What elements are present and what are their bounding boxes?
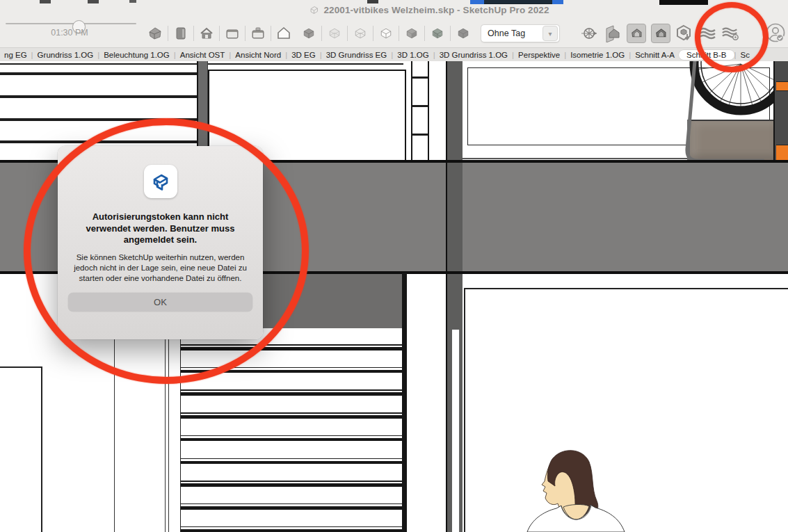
toolbar-separator — [347, 26, 348, 41]
toolbar-separator — [321, 26, 322, 41]
classifier-icon[interactable] — [675, 24, 693, 42]
background-window-fragment — [40, 0, 51, 3]
toolbar-separator — [168, 26, 168, 41]
annotation-circle-account — [695, 2, 769, 72]
scene-tab[interactable]: 3D Grundriss 1.OG — [435, 50, 512, 60]
scene-tab[interactable]: Perspektive — [514, 50, 564, 60]
style-back-edges-icon[interactable] — [325, 24, 344, 42]
background-window-fragment — [88, 0, 99, 3]
sketchup-logo-icon — [308, 5, 319, 15]
annotation-circle-dialog — [24, 118, 309, 384]
shadow-time-slider[interactable]: 01:30 PM — [0, 19, 146, 47]
person-figure — [522, 445, 633, 532]
window-title: 22001-vitbikes Welzheim.skp - SketchUp P… — [323, 5, 549, 15]
tag-dropdown[interactable]: Ohne Tag ▾ — [481, 24, 560, 42]
tag-dropdown-value: Ohne Tag — [481, 29, 542, 38]
chevron-down-icon[interactable]: ▾ — [542, 26, 558, 41]
edge-column — [773, 61, 788, 162]
orange-accent — [776, 81, 788, 91]
toolbar-separator — [245, 26, 246, 41]
scene-tab[interactable]: Ansicht OST — [176, 50, 230, 60]
style-wireframe-icon[interactable] — [351, 24, 369, 42]
section-plane-icon[interactable] — [604, 24, 622, 42]
stairwell-wall-void — [452, 330, 460, 532]
style-monochrome-icon[interactable] — [454, 24, 472, 42]
toolbar-separator — [373, 26, 373, 41]
section-cut-icon[interactable] — [627, 24, 646, 43]
scene-tab[interactable]: 3D EG — [287, 50, 320, 60]
slider-track[interactable] — [6, 23, 136, 24]
bike-stand — [678, 61, 769, 163]
background-window-fragment — [367, 0, 378, 3]
scene-tab[interactable]: ng EG — [0, 50, 31, 60]
section-fill-icon[interactable] — [651, 24, 670, 43]
axes-compass-icon[interactable] — [580, 24, 598, 42]
scene-tab[interactable]: Grundriss 1.OG — [33, 50, 98, 60]
app-chrome: 22001-vitbikes Welzheim.skp - SketchUp P… — [0, 0, 788, 62]
house-3d-icon[interactable] — [146, 24, 164, 42]
drawing-line — [0, 72, 197, 75]
scene-tab[interactable]: Isometrie 1.OG — [566, 50, 629, 60]
style-shaded-icon[interactable] — [403, 24, 421, 42]
wall-corner — [0, 366, 42, 532]
slider-time-label: 01:30 PM — [0, 28, 139, 38]
background-window-fragment — [659, 0, 708, 5]
scene-tab[interactable]: Schnitt A-A — [631, 50, 679, 60]
toolbar-separator — [219, 26, 220, 41]
orange-accent — [776, 145, 788, 161]
scene-tab[interactable]: Beleuchtung 1.OG — [99, 50, 174, 60]
toolbar-separator — [193, 26, 194, 41]
drawing-line — [0, 95, 197, 98]
toolbar-separator — [424, 26, 425, 41]
style-textured-icon[interactable] — [428, 24, 447, 42]
scene-tab[interactable]: 3D 1.OG — [393, 50, 433, 60]
wall-column-band — [446, 163, 463, 272]
drawer-icon[interactable] — [223, 24, 241, 42]
background-button-fragment — [484, 0, 552, 4]
style-hidden-line-icon[interactable] — [377, 24, 395, 42]
home-icon[interactable] — [198, 24, 216, 42]
sketchup-window: { "window": { "title": "22001-vitbikes W… — [0, 0, 788, 532]
background-window-fragment — [129, 0, 136, 3]
style-xray-icon[interactable] — [300, 24, 318, 42]
model-viewport[interactable]: Autorisierungstoken kann nicht verwendet… — [0, 61, 788, 532]
scene-tab[interactable]: Ansicht Nord — [231, 50, 285, 60]
scene-tab[interactable]: 3D Grundriss EG — [322, 50, 392, 60]
toolbar-separator — [399, 26, 399, 41]
stair-stringer — [402, 273, 407, 532]
house-outline-icon[interactable] — [275, 24, 293, 42]
toolbar-separator — [271, 26, 271, 41]
drawer-open-icon[interactable] — [249, 24, 267, 42]
shelf-boxes — [411, 61, 429, 162]
toolbar-separator — [450, 26, 451, 41]
component-icon[interactable] — [172, 24, 190, 42]
scene-tab-bar: ng EG| Grundriss 1.OG| Beleuchtung 1.OG|… — [0, 47, 788, 62]
toolbar: 01:30 PM — [0, 19, 788, 47]
